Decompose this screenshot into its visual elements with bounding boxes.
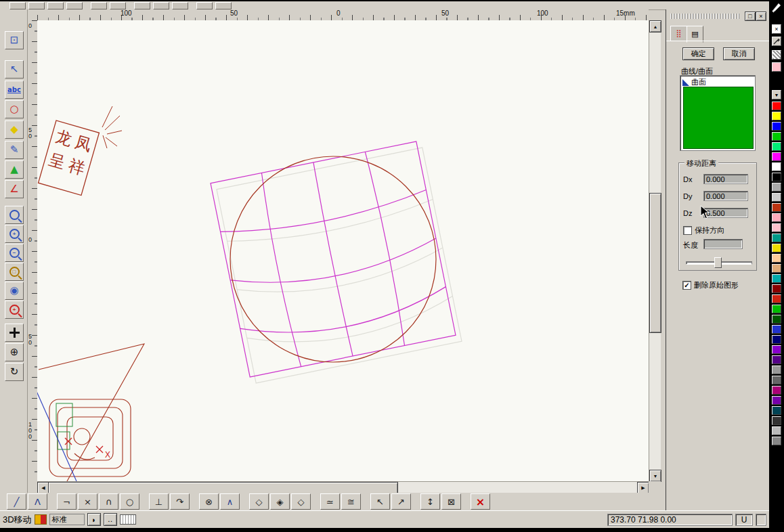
- measure-tool[interactable]: ∠: [5, 180, 24, 198]
- color-swatch-26[interactable]: [772, 365, 781, 374]
- panel-tab-nodes[interactable]: ⣿: [670, 26, 687, 41]
- node-diamond-b-tool[interactable]: ◈: [270, 493, 290, 510]
- point-pick-b-tool[interactable]: ↗: [391, 493, 411, 510]
- zoom-window-tool[interactable]: [5, 206, 24, 224]
- node-sharp-tool[interactable]: ∧: [220, 493, 240, 510]
- curve-match-tool[interactable]: ≅: [341, 493, 361, 510]
- node-circle-tool[interactable]: ○: [120, 493, 139, 510]
- dx-input[interactable]: 0.000: [703, 174, 748, 184]
- color-swatch-3[interactable]: [772, 132, 781, 141]
- color-swatch-31[interactable]: [772, 416, 781, 425]
- surface-color-preview[interactable]: [683, 87, 754, 149]
- color-swatch-10[interactable]: [772, 203, 781, 212]
- dy-input[interactable]: 0.000: [703, 191, 748, 201]
- zoom-object-tool[interactable]: +: [5, 301, 24, 319]
- polygon-tool[interactable]: ◆: [5, 120, 24, 139]
- zoom-in-tool[interactable]: +: [5, 225, 24, 243]
- length-input[interactable]: [703, 239, 743, 249]
- scroll-down-icon[interactable]: ▼: [649, 470, 661, 482]
- color-swatch-7[interactable]: [772, 173, 781, 181]
- color-swatch-22[interactable]: [772, 325, 781, 334]
- circle-tool[interactable]: ○: [5, 100, 24, 118]
- eyedropper-icon[interactable]: [772, 37, 781, 46]
- panel-gripper[interactable]: [670, 14, 741, 19]
- color-swatch-16[interactable]: [772, 264, 781, 273]
- zoom-out-tool[interactable]: −: [5, 244, 24, 262]
- node-diamond-a-tool[interactable]: ◇: [249, 493, 269, 510]
- color-swatch-0[interactable]: [772, 102, 781, 110]
- color-swatch-24[interactable]: [772, 345, 781, 354]
- style-select[interactable]: 标准: [49, 514, 85, 525]
- cancel-button[interactable]: 取消: [723, 47, 755, 60]
- ok-button[interactable]: 确定: [682, 47, 714, 60]
- color-swatch-19[interactable]: [772, 294, 781, 303]
- node-arc-tool[interactable]: ∩: [99, 493, 118, 510]
- curve-join-tool[interactable]: ≃: [320, 493, 340, 510]
- keep-direction-checkbox[interactable]: [683, 226, 692, 235]
- panel-close-button[interactable]: ×: [756, 12, 766, 21]
- node-perpendicular-tool[interactable]: ⊥: [149, 493, 169, 510]
- text-tool[interactable]: abc: [5, 81, 24, 99]
- color-swatch-12[interactable]: [772, 223, 781, 232]
- palette-scroll-down-icon[interactable]: ▼: [772, 90, 781, 99]
- more-options-button[interactable]: ‥: [104, 513, 117, 526]
- color-swatch-28[interactable]: [772, 386, 781, 395]
- point-move-tool[interactable]: ↕: [420, 493, 440, 510]
- drawing-canvas[interactable]: 龙 凤 呈 祥: [37, 20, 649, 481]
- node-edit-tool[interactable]: ↖: [5, 60, 24, 79]
- color-swatch-1[interactable]: [772, 112, 781, 120]
- color-swatch-13[interactable]: [772, 234, 781, 242]
- scribble-artwork[interactable]: [102, 106, 122, 148]
- keyboard-icon[interactable]: [120, 514, 136, 525]
- h-scrollbar[interactable]: ◀ ▶: [37, 481, 649, 493]
- color-swatch-23[interactable]: [772, 335, 781, 344]
- seal-artwork[interactable]: 龙 凤 呈 祥: [39, 120, 100, 195]
- color-swatch-25[interactable]: [772, 355, 781, 364]
- scroll-up-icon[interactable]: ▲: [649, 20, 661, 32]
- redraw-tool[interactable]: ↻: [5, 363, 24, 381]
- color-swatch-4[interactable]: [772, 142, 781, 151]
- node-line-tool[interactable]: ╱: [7, 493, 26, 510]
- color-swatch-18[interactable]: [772, 284, 781, 293]
- delete-original-checkbox[interactable]: [682, 281, 691, 290]
- pen-tool[interactable]: ✎: [5, 141, 24, 159]
- dz-input[interactable]: 6.500: [703, 208, 748, 218]
- node-tangent-tool[interactable]: ↷: [170, 493, 190, 510]
- v-scrollbar[interactable]: ▲ ▼: [649, 20, 661, 481]
- node-diamond-c-tool[interactable]: ◇: [291, 493, 311, 510]
- view-tool[interactable]: ◉: [5, 282, 24, 300]
- pan-tool[interactable]: [5, 324, 24, 342]
- surface-list-item[interactable]: 曲面: [682, 77, 706, 87]
- select-tool[interactable]: ⊡: [5, 31, 24, 49]
- bottom-left-artwork[interactable]: [39, 344, 144, 481]
- zoom-plus-tool[interactable]: ⊕: [5, 343, 24, 361]
- color-swatch-27[interactable]: [772, 376, 781, 384]
- pink-swatch[interactable]: [772, 62, 781, 72]
- color-swatch-32[interactable]: [772, 426, 781, 435]
- node-polyline-tool[interactable]: Λ: [28, 493, 47, 510]
- color-swatch-14[interactable]: [772, 244, 781, 252]
- moon-icon[interactable]: ◗: [87, 513, 101, 526]
- color-swatch-2[interactable]: [772, 122, 781, 131]
- node-corner-tool[interactable]: ¬: [57, 493, 77, 510]
- color-swatch-17[interactable]: [772, 274, 781, 283]
- node-delete-tool[interactable]: ×: [78, 493, 97, 510]
- panel-restore-button[interactable]: □: [745, 12, 756, 21]
- length-slider[interactable]: [686, 257, 751, 267]
- color-swatch-5[interactable]: [772, 152, 781, 161]
- surface-listbox[interactable]: 曲面: [680, 75, 756, 151]
- color-swatch-15[interactable]: [772, 254, 781, 263]
- color-swatch-20[interactable]: [772, 305, 781, 313]
- pattern-swatch[interactable]: [772, 50, 781, 60]
- point-box-tool[interactable]: ⊠: [441, 493, 461, 510]
- node-insert-tool[interactable]: ⊗: [199, 493, 219, 510]
- point-pick-a-tool[interactable]: ↖: [370, 493, 390, 510]
- color-swatch-30[interactable]: [772, 406, 781, 415]
- slider-thumb[interactable]: [714, 257, 722, 268]
- status-mode-icon[interactable]: [35, 514, 47, 525]
- color-swatch-29[interactable]: [772, 396, 781, 405]
- color-swatch-33[interactable]: [772, 437, 781, 445]
- color-swatch-6[interactable]: [772, 162, 781, 171]
- relief-tool[interactable]: ▲: [5, 160, 24, 179]
- pen-icon[interactable]: [770, 1, 783, 13]
